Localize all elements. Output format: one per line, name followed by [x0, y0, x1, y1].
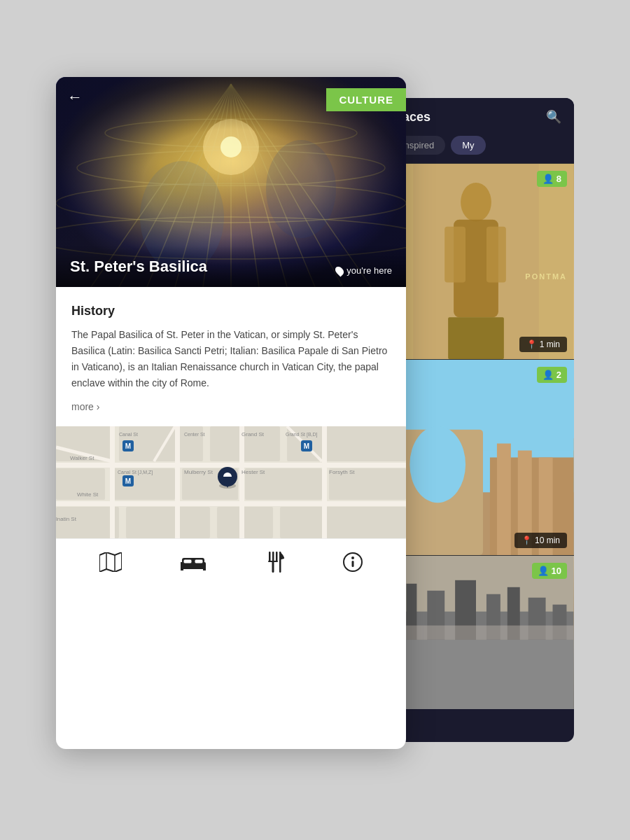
nav-accommodation[interactable] [181, 554, 206, 570]
svg-rect-92 [181, 562, 183, 570]
svg-rect-51 [217, 507, 273, 538]
svg-marker-83 [99, 552, 122, 572]
svg-rect-49 [56, 507, 119, 538]
right-panel: Places 🔍 Inspired My [378, 98, 574, 742]
badge-count-3: 👤 10 [532, 563, 567, 579]
map-area[interactable]: M M M Walker St White St Canal St Canal … [56, 426, 406, 538]
svg-rect-57 [239, 426, 244, 538]
tab-my[interactable]: My [451, 136, 485, 155]
svg-text:Grand St: Grand St [241, 431, 265, 438]
svg-text:Walker St: Walker St [70, 455, 94, 461]
attraction-card-colosseum[interactable]: 👤 2 📍 10 min [378, 359, 574, 555]
colosseum-svg [378, 360, 574, 555]
content-area: History The Papal Basilica of St. Peter … [56, 287, 406, 412]
svg-rect-100 [352, 561, 354, 567]
svg-rect-91 [195, 559, 203, 564]
svg-rect-3 [444, 227, 465, 283]
svg-text:lnatin St: lnatin St [56, 516, 77, 522]
person-icon-1: 👤 [542, 174, 554, 184]
place-name: St. Peter's Basilica [70, 258, 207, 276]
svg-text:White St: White St [77, 491, 99, 498]
statue-svg [378, 164, 574, 359]
svg-rect-5 [448, 317, 504, 359]
nav-info[interactable] [343, 552, 363, 572]
svg-rect-89 [203, 566, 206, 570]
svg-text:Canal St [J,M,Z]: Canal St [J,M,Z] [118, 470, 153, 475]
map-svg: M M M Walker St White St Canal St Canal … [56, 426, 406, 538]
distance-badge-1: 📍 1 min [519, 337, 567, 352]
svg-text:Hester St: Hester St [241, 469, 265, 475]
distance-badge-2: 📍 10 min [514, 533, 567, 548]
svg-rect-58 [322, 426, 327, 538]
attraction-card-statue[interactable]: 👤 8 📍 1 min PONTMA [378, 163, 574, 359]
fork-knife-icon [265, 552, 284, 573]
svg-rect-93 [269, 552, 271, 561]
main-panel: ← CULTURE St. Peter's Basilica you're he… [56, 77, 406, 749]
svg-rect-14 [497, 444, 511, 555]
badge-count-2: 👤 2 [537, 367, 567, 383]
svg-point-38 [266, 140, 336, 238]
svg-rect-53 [56, 463, 406, 468]
svg-text:Canal St: Canal St [119, 432, 138, 437]
pin-icon-small-1: 📍 [526, 340, 537, 349]
description-text: The Papal Basilica of St. Peter in the V… [71, 327, 391, 391]
svg-point-101 [351, 556, 354, 559]
history-title: History [71, 304, 391, 318]
svg-text:Grand St [B,D]: Grand St [B,D] [286, 432, 318, 438]
pin-icon-small-2: 📍 [522, 536, 532, 545]
building-label-1: PONTMA [525, 272, 567, 281]
map-icon [99, 552, 122, 572]
svg-rect-94 [272, 552, 274, 561]
person-icon-2: 👤 [542, 370, 554, 380]
svg-rect-90 [183, 559, 192, 564]
svg-text:Forsyth St: Forsyth St [329, 469, 355, 475]
you-are-here: you're here [336, 265, 392, 276]
svg-point-1 [461, 183, 491, 222]
svg-text:M: M [125, 477, 131, 485]
person-icon-3: 👤 [538, 566, 549, 576]
svg-rect-4 [486, 227, 506, 283]
svg-rect-56 [175, 426, 180, 538]
panel-header: Places 🔍 [378, 98, 574, 136]
hero-bottom: St. Peter's Basilica you're here [56, 246, 406, 287]
svg-rect-28 [379, 626, 574, 640]
svg-rect-55 [110, 426, 115, 538]
info-icon [343, 552, 363, 572]
bed-icon [181, 554, 206, 570]
nav-dining[interactable] [265, 552, 284, 573]
svg-text:Mulberry St: Mulberry St [184, 469, 214, 475]
tabs-row: Inspired My [378, 136, 574, 163]
svg-rect-52 [280, 507, 406, 538]
more-link[interactable]: more › [71, 401, 391, 412]
bottom-nav [56, 538, 406, 585]
svg-text:Center St: Center St [184, 432, 205, 437]
hero-area: ← CULTURE St. Peter's Basilica you're he… [56, 77, 406, 287]
svg-rect-7 [539, 164, 574, 359]
badge-count-1: 👤 8 [537, 171, 567, 187]
nav-map[interactable] [99, 552, 122, 572]
svg-rect-97 [272, 561, 274, 573]
attraction-card-skyline[interactable]: 👤 10 [378, 555, 574, 709]
svg-rect-18 [379, 639, 574, 709]
svg-rect-50 [126, 507, 210, 538]
back-button[interactable]: ← [67, 88, 83, 106]
svg-rect-95 [276, 552, 278, 561]
location-pin-icon [334, 265, 346, 276]
svg-text:M: M [304, 442, 309, 450]
search-icon[interactable]: 🔍 [546, 109, 561, 125]
svg-text:M: M [125, 442, 131, 450]
svg-rect-54 [56, 501, 406, 506]
svg-point-12 [410, 426, 465, 503]
culture-tag: CULTURE [326, 88, 406, 111]
